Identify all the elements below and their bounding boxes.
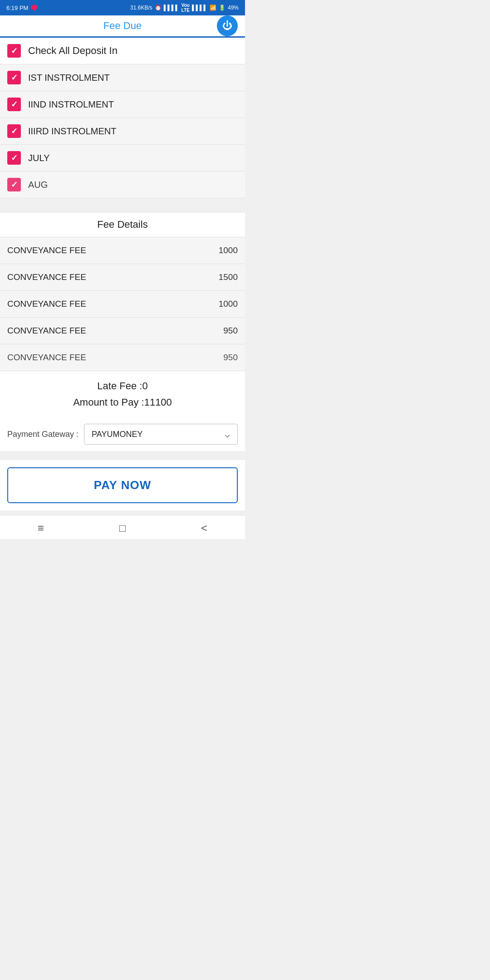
fee-row-2: CONVEYANCE FEE 1500 [0, 264, 245, 291]
status-left: 6:19 PM [6, 5, 37, 11]
signal-icon: ▌▌▌▌ [164, 5, 179, 11]
battery-percent: 49% [228, 5, 239, 11]
installment-3-checkbox[interactable]: ✓ [7, 124, 21, 138]
checkmark-icon: ✓ [11, 73, 18, 83]
lte-icon: VouLTE [181, 3, 190, 13]
installment-2-label: IIND INSTROLMENT [28, 99, 114, 110]
back-icon[interactable]: < [201, 522, 207, 534]
july-label: JULY [28, 153, 49, 163]
checkmark-icon: ✓ [11, 153, 18, 163]
installment-1-label: IST INSTROLMENT [28, 73, 110, 83]
fee-details-title: Fee Details [97, 219, 147, 230]
fee-row-4: CONVEYANCE FEE 950 [0, 318, 245, 344]
network-speed: 31.6KB/s [130, 5, 152, 11]
page-title: Fee Due [103, 20, 142, 32]
payment-gateway-label: Payment Gateway : [7, 430, 78, 439]
fee-row-2-label: CONVEYANCE FEE [7, 272, 86, 282]
payment-gateway-value: PAYUMONEY [92, 430, 142, 439]
check-all-item[interactable]: ✓ Check All Deposit In [0, 38, 245, 64]
fee-row-3: CONVEYANCE FEE 1000 [0, 291, 245, 318]
installment-2-item[interactable]: ✓ IIND INSTROLMENT [0, 91, 245, 118]
amount-to-pay-text: Amount to Pay :11100 [7, 397, 238, 408]
fee-row-1-amount: 1000 [219, 245, 238, 255]
fee-row-5-amount: 950 [223, 353, 238, 363]
pay-now-section: PAY NOW [0, 460, 245, 510]
menu-icon[interactable]: ≡ [38, 522, 44, 534]
payment-gateway-select[interactable]: PAYUMONEY ⌵ [84, 424, 238, 445]
fee-row-1-label: CONVEYANCE FEE [7, 245, 86, 255]
payment-gateway-row: Payment Gateway : PAYUMONEY ⌵ [0, 417, 245, 451]
shield-icon [31, 5, 37, 11]
pay-now-button[interactable]: PAY NOW [7, 467, 238, 503]
installment-2-checkbox[interactable]: ✓ [7, 98, 21, 111]
late-fee-text: Late Fee :0 [7, 380, 238, 392]
fee-details-header: Fee Details [0, 212, 245, 237]
battery-icon: 🔋 [219, 5, 225, 11]
fee-row-5: CONVEYANCE FEE 950 [0, 344, 245, 371]
time-display: 6:19 PM [6, 5, 28, 11]
fee-row-4-amount: 950 [223, 326, 238, 336]
fee-row-3-label: CONVEYANCE FEE [7, 299, 86, 309]
check-all-label: Check All Deposit In [28, 45, 118, 57]
wifi-icon: 📶 [210, 5, 216, 11]
aug-label: AUG [28, 180, 48, 190]
alarm-icon: ⏰ [155, 5, 162, 11]
installment-1-checkbox[interactable]: ✓ [7, 71, 21, 84]
status-right: 31.6KB/s ⏰ ▌▌▌▌ VouLTE ▌▌▌▌ 📶 🔋 49% [130, 3, 239, 13]
installment-1-item[interactable]: ✓ IST INSTROLMENT [0, 64, 245, 91]
fee-row-2-amount: 1500 [219, 272, 238, 282]
home-square-icon[interactable]: □ [119, 522, 126, 534]
checkbox-section: ✓ Check All Deposit In ✓ IST INSTROLMENT… [0, 38, 245, 198]
checkmark-icon: ✓ [11, 99, 18, 109]
fee-details-section: Fee Details CONVEYANCE FEE 1000 CONVEYAN… [0, 212, 245, 371]
fee-row-4-label: CONVEYANCE FEE [7, 326, 86, 336]
installment-3-item[interactable]: ✓ IIIRD INSTROLMENT [0, 118, 245, 145]
fee-row-3-amount: 1000 [219, 299, 238, 309]
power-button[interactable]: ⏻ [217, 15, 238, 36]
signal2-icon: ▌▌▌▌ [192, 5, 207, 11]
app-header: Fee Due ⏻ [0, 15, 245, 38]
chevron-down-icon: ⌵ [225, 429, 230, 440]
fee-row-5-label: CONVEYANCE FEE [7, 353, 86, 363]
aug-checkbox[interactable]: ✓ [7, 178, 21, 191]
checkmark-icon: ✓ [11, 126, 18, 136]
fee-row-1: CONVEYANCE FEE 1000 [0, 237, 245, 264]
status-bar: 6:19 PM 31.6KB/s ⏰ ▌▌▌▌ VouLTE ▌▌▌▌ 📶 🔋 … [0, 0, 245, 15]
checkmark-icon: ✓ [11, 46, 18, 56]
checkmark-icon: ✓ [11, 180, 18, 190]
installment-3-label: IIIRD INSTROLMENT [28, 126, 116, 137]
spacer [0, 198, 245, 212]
power-icon: ⏻ [222, 21, 232, 31]
summary-section: Late Fee :0 Amount to Pay :11100 [0, 371, 245, 417]
aug-item[interactable]: ✓ AUG [0, 172, 245, 198]
check-all-checkbox[interactable]: ✓ [7, 44, 21, 58]
july-checkbox[interactable]: ✓ [7, 151, 21, 165]
july-item[interactable]: ✓ JULY [0, 145, 245, 172]
bottom-navigation: ≡ □ < [0, 515, 245, 539]
